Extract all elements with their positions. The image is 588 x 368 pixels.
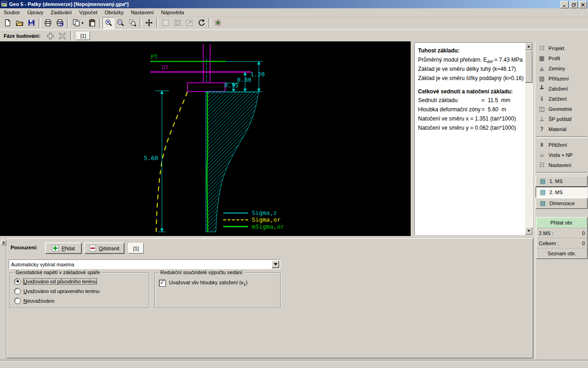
menu-item[interactable]: Výpočet: [75, 8, 101, 17]
sidebar-item-geometrie[interactable]: ◫Geometrie: [535, 104, 588, 114]
sidebar-separator: [536, 136, 587, 138]
remove-verification-button[interactable]: Odstranit: [84, 242, 124, 254]
zoom-window-button[interactable]: [126, 17, 138, 29]
voda-icon: ☕: [538, 151, 546, 159]
toolbar-separator: [140, 18, 141, 28]
menu-item[interactable]: Zadávání: [47, 8, 75, 17]
sp-polstar-icon: ⊥: [538, 115, 546, 123]
sidebar-item-zalozeni[interactable]: ┻Založení: [535, 84, 588, 94]
legend-entry: Sigma,z: [223, 209, 284, 216]
title-bar[interactable]: Geo 5 - Patky (demoverze) [Nepojmenovaný…: [0, 0, 588, 8]
new-file-button[interactable]: [1, 17, 13, 29]
close-panel-button[interactable]: x: [1, 240, 6, 245]
menu-item[interactable]: Nápověda: [157, 8, 187, 17]
sidebar-item-nastaveni[interactable]: ☷Nastavení: [535, 160, 588, 170]
profil-icon: ▦: [538, 55, 546, 63]
projekt-icon: ☷: [538, 45, 546, 52]
refresh-view-icon: [214, 19, 222, 28]
delete-phase-button[interactable]: [57, 31, 67, 41]
group-title: Redukční součinitelé výpočtu sedání: [158, 270, 244, 275]
close-button[interactable]: [579, 1, 587, 8]
radio-icon: [14, 278, 21, 285]
plus-icon: [52, 245, 59, 252]
scrollbar-down-button[interactable]: [525, 227, 532, 235]
radio-option[interactable]: Uvažováno od upraveného terénu: [10, 286, 149, 296]
zeminy-icon: ▲: [538, 65, 546, 73]
legend-entry: mSigma,or: [223, 223, 284, 230]
sidebar-item-profil[interactable]: ▦Profil: [535, 53, 588, 63]
select-window-button[interactable]: [171, 17, 183, 29]
paste-icon: [88, 19, 96, 28]
copy-button[interactable]: [70, 17, 86, 29]
dim-deformation-zone-label: 5.60: [144, 155, 158, 161]
sidebar-item-projekt[interactable]: ☷Projekt: [535, 43, 588, 53]
drawing-area[interactable]: PT UT: [0, 41, 411, 236]
mode-sidebar: ☷Projekt▦Profil▲Zeminy▧Přiřazení┻Založen…: [535, 41, 588, 368]
scrollbar-thumb[interactable]: [525, 51, 532, 83]
sidebar-separator: [536, 172, 587, 174]
sidebar-item-dimenzace[interactable]: ▤Dimenzace: [536, 198, 588, 209]
select-region-button[interactable]: [159, 17, 171, 29]
print-preview-button[interactable]: [54, 17, 66, 29]
rotate-view-button[interactable]: [195, 17, 207, 29]
drawing-canvas[interactable]: PT UT: [0, 41, 411, 236]
zoom-in-button[interactable]: [102, 17, 114, 29]
verification-tab-1[interactable]: [1]: [128, 243, 144, 253]
result-line: [418, 84, 523, 88]
select-resize-button[interactable]: [183, 17, 195, 29]
pan-button[interactable]: [143, 17, 155, 29]
sidebar-item-pritizeni[interactable]: ⇟Přitížení: [535, 140, 588, 150]
reduction-coefficients-group: Redukční součinitelé výpočtu sedání ✓ Uv…: [154, 272, 281, 308]
sidebar-item-prirazeni[interactable]: ▧Přiřazení: [535, 74, 588, 84]
select-resize-icon: [186, 19, 193, 28]
sidebar-item-zatizeni[interactable]: ⇓Zatížení: [535, 94, 588, 104]
refresh-view-button[interactable]: [212, 17, 224, 29]
restore-button[interactable]: [570, 1, 578, 8]
toolbar-separator: [67, 18, 69, 28]
menu-item[interactable]: Nastavení: [127, 8, 158, 17]
toolbar-separator: [99, 18, 101, 28]
window-title: Geo 5 - Patky (demoverze) [Nepojmenovaný…: [9, 1, 129, 7]
menu-item[interactable]: Úpravy: [23, 8, 47, 17]
zoom-out-button[interactable]: [114, 17, 126, 29]
paste-button[interactable]: [86, 17, 98, 29]
legend-entry: Sigma,or: [223, 216, 284, 223]
print-button[interactable]: [42, 17, 54, 29]
dropdown-arrow-icon[interactable]: [271, 260, 279, 268]
sidebar-item-voda-np[interactable]: ☕Voda + NP: [535, 150, 588, 160]
phase-separator: [70, 31, 72, 41]
add-verification-button[interactable]: Přidat: [45, 242, 82, 254]
sidebar-item-zeminy[interactable]: ▲Zeminy: [535, 63, 588, 74]
menu-item[interactable]: Obrázky: [101, 8, 127, 17]
radio-option[interactable]: Neuvažováno: [10, 296, 149, 305]
menu-item[interactable]: Soubor: [0, 8, 23, 17]
results-scrollbar[interactable]: [525, 43, 532, 235]
sidebar-item-sp-polstar[interactable]: ⊥ŠP polštář: [535, 114, 588, 124]
radio-option[interactable]: Uvažováno od původního terénu: [10, 276, 149, 286]
pt-label: PT: [151, 53, 158, 60]
toolbar-separator: [156, 18, 158, 28]
save-file-icon: [28, 19, 35, 28]
phase-tab-1[interactable]: [1]: [76, 32, 90, 40]
sidebar-item-material[interactable]: ?Materiál: [535, 124, 588, 134]
minimize-button[interactable]: [560, 1, 569, 8]
add-image-button[interactable]: Přidat obr.: [537, 218, 587, 228]
open-file-button[interactable]: [13, 17, 25, 29]
sidebar-item-1ms[interactable]: ▤1. MS: [536, 176, 588, 187]
checkbox-icon: ✓: [159, 280, 166, 287]
scrollbar-up-button[interactable]: [525, 43, 532, 50]
zoom-in-icon: [105, 19, 113, 28]
result-line: Natočení ve směru y = 0.062 (tan*1000): [418, 125, 523, 134]
ms-icon: ▤: [539, 200, 547, 207]
geometrie-icon: ◫: [538, 105, 546, 113]
add-phase-button[interactable]: [45, 31, 55, 41]
settlement-depth-checkbox[interactable]: ✓ Uvažovat vliv hloubky založení (κ1): [155, 278, 280, 288]
sidebar-item-2ms[interactable]: ▤2. MS: [536, 187, 588, 198]
toolbar: [0, 17, 588, 29]
rotate-view-icon: [198, 19, 205, 28]
maxima-select[interactable]: Automaticky vybírat maxima: [9, 259, 280, 269]
image-list-button[interactable]: Seznam obr.: [537, 248, 587, 259]
ms-icon: ▤: [539, 178, 547, 185]
save-file-button[interactable]: [25, 17, 37, 29]
material-icon: ?: [538, 126, 546, 133]
